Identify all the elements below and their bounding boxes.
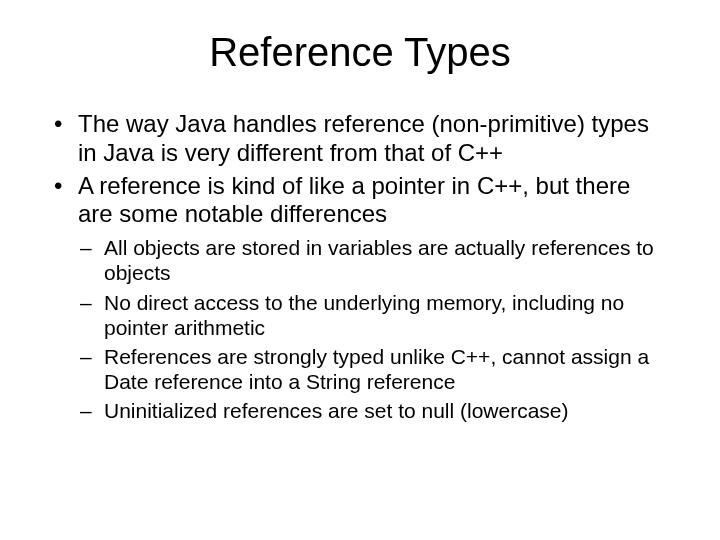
bullet-text: A reference is kind of like a pointer in…: [78, 172, 630, 228]
list-item: All objects are stored in variables are …: [78, 235, 670, 285]
list-item: A reference is kind of like a pointer in…: [50, 172, 670, 424]
slide-title: Reference Types: [50, 30, 670, 75]
sub-bullet-text: Uninitialized references are set to null…: [104, 399, 569, 422]
list-item: No direct access to the underlying memor…: [78, 290, 670, 340]
list-item: References are strongly typed unlike C++…: [78, 344, 670, 394]
sub-bullet-text: All objects are stored in variables are …: [104, 236, 654, 284]
bullet-list: The way Java handles reference (non-prim…: [50, 110, 670, 424]
bullet-text: The way Java handles reference (non-prim…: [78, 110, 649, 166]
list-item: Uninitialized references are set to null…: [78, 398, 670, 423]
sub-bullet-text: No direct access to the underlying memor…: [104, 291, 624, 339]
list-item: The way Java handles reference (non-prim…: [50, 110, 670, 168]
sub-bullet-list: All objects are stored in variables are …: [78, 235, 670, 423]
sub-bullet-text: References are strongly typed unlike C++…: [104, 345, 649, 393]
slide: Reference Types The way Java handles ref…: [0, 0, 720, 540]
